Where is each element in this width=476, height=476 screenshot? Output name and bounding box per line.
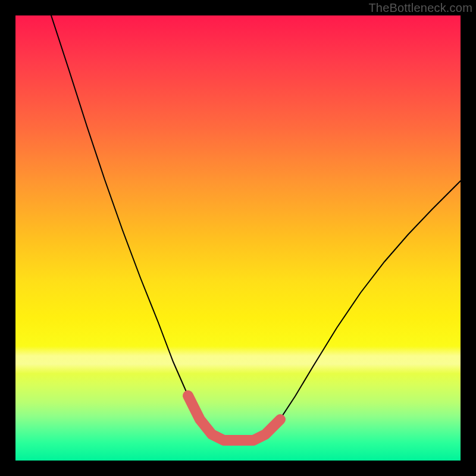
watermark-text: TheBottleneck.com [368, 1, 472, 15]
bottleneck-curve [51, 15, 461, 440]
acceptable-range-highlight [188, 396, 280, 440]
chart-svg [15, 15, 461, 461]
chart-canvas [15, 15, 461, 461]
